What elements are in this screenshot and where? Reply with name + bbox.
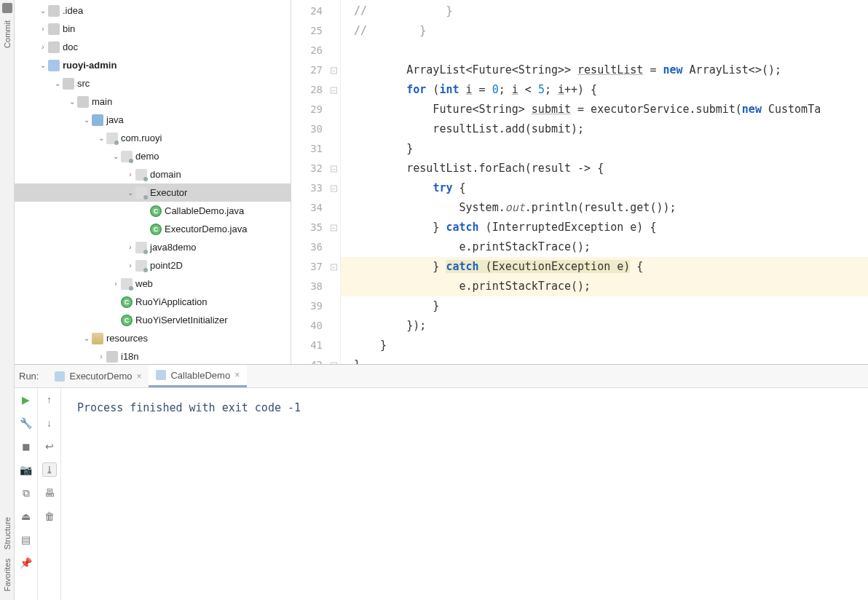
code-line[interactable]: } catch (ExecutionException e) { bbox=[341, 257, 868, 277]
code-line[interactable]: resultList.add(submit); bbox=[341, 119, 868, 139]
code-line[interactable]: e.printStackTrace(); bbox=[341, 237, 868, 257]
chevron-icon[interactable]: › bbox=[111, 280, 121, 288]
code-line[interactable]: } bbox=[341, 355, 868, 364]
fold-icon[interactable]: − bbox=[331, 224, 337, 231]
up-button[interactable]: ↑ bbox=[42, 392, 57, 407]
blocks-button[interactable]: ▤ bbox=[19, 532, 33, 547]
gutter-line[interactable]: 41 bbox=[291, 336, 340, 355]
chevron-icon[interactable]: › bbox=[125, 170, 135, 178]
code-line[interactable]: ArrayList<Future<String>> resultList = n… bbox=[341, 60, 868, 80]
chevron-icon[interactable]: ⌄ bbox=[52, 79, 63, 87]
chevron-icon[interactable]: › bbox=[38, 25, 48, 33]
gutter-line[interactable]: 25 bbox=[291, 21, 340, 41]
tree-row-point2d[interactable]: ›point2D bbox=[15, 256, 291, 275]
project-tool-icon[interactable] bbox=[2, 3, 12, 13]
favorites-tool-label[interactable]: Favorites bbox=[3, 554, 12, 596]
code-line[interactable]: try { bbox=[341, 178, 868, 198]
gutter-line[interactable]: 28− bbox=[291, 80, 340, 100]
chevron-icon[interactable]: ⌄ bbox=[82, 116, 92, 124]
wrap-button[interactable]: ↩ bbox=[42, 439, 57, 454]
rerun-button[interactable]: ▶ bbox=[19, 392, 33, 407]
chevron-icon[interactable]: › bbox=[96, 352, 106, 360]
code-line[interactable]: for (int i = 0; i < 5; i++) { bbox=[341, 80, 868, 100]
tree-row-bin[interactable]: ›bin bbox=[15, 20, 291, 38]
code-line[interactable]: Future<String> submit = executorService.… bbox=[341, 100, 868, 119]
tree-row-java8demo[interactable]: ›java8demo bbox=[15, 238, 291, 256]
gutter-line[interactable]: 26 bbox=[291, 41, 340, 60]
tools-button[interactable]: 🔧 bbox=[19, 416, 33, 430]
code-line[interactable]: // } bbox=[341, 21, 868, 41]
commit-tool-label[interactable]: Commit bbox=[3, 16, 12, 52]
chevron-icon[interactable]: › bbox=[125, 261, 135, 269]
gutter-line[interactable]: 39 bbox=[291, 296, 340, 316]
chevron-icon[interactable]: ⌄ bbox=[111, 152, 121, 160]
tree-row-demo[interactable]: ⌄demo bbox=[15, 147, 291, 165]
layout-button[interactable]: ⧉ bbox=[19, 486, 33, 500]
project-tree[interactable]: ⌄.idea›bin›doc⌄ruoyi-admin⌄src⌄main⌄java… bbox=[15, 0, 291, 364]
exit-button[interactable]: ⏏ bbox=[19, 509, 33, 524]
run-tab-executordemo[interactable]: ExecutorDemo× bbox=[47, 365, 149, 387]
code-line[interactable]: } catch (InterruptedException e) { bbox=[341, 218, 868, 237]
gutter-line[interactable]: 34 bbox=[291, 198, 340, 218]
gutter-line[interactable]: 29 bbox=[291, 100, 340, 119]
chevron-icon[interactable]: › bbox=[125, 243, 135, 251]
tree-row-ruoyi-admin[interactable]: ⌄ruoyi-admin bbox=[15, 56, 291, 74]
close-icon[interactable]: × bbox=[234, 370, 240, 380]
gutter-line[interactable]: 35− bbox=[291, 218, 340, 237]
code-line[interactable]: resultList.forEach(result -> { bbox=[341, 159, 868, 178]
gutter-line[interactable]: 30 bbox=[291, 119, 340, 139]
fold-icon[interactable]: − bbox=[331, 185, 337, 192]
code-line[interactable] bbox=[341, 41, 868, 60]
structure-tool-label[interactable]: Structure bbox=[3, 513, 12, 554]
gutter-line[interactable]: 31 bbox=[291, 139, 340, 159]
gutter-line[interactable]: 33− bbox=[291, 178, 340, 198]
print-button[interactable]: 🖶 bbox=[42, 486, 57, 500]
pin-button[interactable]: 📌 bbox=[19, 556, 33, 570]
tree-row-i18n[interactable]: ›i18n bbox=[15, 347, 291, 364]
gutter-line[interactable]: 32− bbox=[291, 159, 340, 178]
gutter-line[interactable]: 42− bbox=[291, 355, 340, 364]
code-line[interactable]: } bbox=[341, 296, 868, 316]
fold-icon[interactable]: − bbox=[331, 87, 337, 93]
tree-row-doc[interactable]: ›doc bbox=[15, 38, 291, 56]
gutter-line[interactable]: 36 bbox=[291, 237, 340, 257]
gutter-line[interactable]: 37− bbox=[291, 257, 340, 277]
stop-button[interactable]: ◼ bbox=[19, 439, 33, 454]
chevron-icon[interactable]: ⌄ bbox=[96, 134, 106, 142]
camera-button[interactable]: 📷 bbox=[19, 462, 33, 477]
tree-row-callabledemo-java[interactable]: CCallableDemo.java bbox=[15, 202, 291, 220]
tree-row-java[interactable]: ⌄java bbox=[15, 111, 291, 129]
tree-row-com-ruoyi[interactable]: ⌄com.ruoyi bbox=[15, 129, 291, 147]
code-line[interactable]: }); bbox=[341, 316, 868, 336]
run-tab-callabledemo[interactable]: CallableDemo× bbox=[149, 365, 247, 387]
fold-icon[interactable]: − bbox=[331, 264, 337, 270]
tree-row-executor[interactable]: ⌄Executor bbox=[15, 183, 291, 202]
tree-row-ruoyiservletinitializer[interactable]: CRuoYiServletInitializer bbox=[15, 311, 291, 329]
scroll-to-end-button[interactable]: ⤓ bbox=[42, 462, 57, 477]
chevron-icon[interactable]: ⌄ bbox=[82, 334, 92, 342]
chevron-icon[interactable]: ⌄ bbox=[67, 98, 77, 106]
close-icon[interactable]: × bbox=[136, 371, 141, 382]
tree-row--idea[interactable]: ⌄.idea bbox=[15, 1, 291, 20]
editor-gutter[interactable]: 24252627−28−29303132−33−3435−3637−383940… bbox=[291, 0, 341, 364]
tree-row-resources[interactable]: ⌄resources bbox=[15, 329, 291, 347]
tree-row-web[interactable]: ›web bbox=[15, 275, 291, 293]
code-line[interactable]: System.out.println(result.get()); bbox=[341, 198, 868, 218]
down-button[interactable]: ↓ bbox=[42, 416, 57, 430]
gutter-line[interactable]: 27− bbox=[291, 60, 340, 80]
chevron-icon[interactable]: ⌄ bbox=[38, 7, 48, 15]
code-line[interactable]: e.printStackTrace(); bbox=[341, 277, 868, 296]
fold-icon[interactable]: − bbox=[331, 67, 337, 74]
gutter-line[interactable]: 40 bbox=[291, 316, 340, 336]
run-output[interactable]: Process finished with exit code -1 bbox=[61, 388, 868, 600]
tree-row-ruoyiapplication[interactable]: CRuoYiApplication bbox=[15, 293, 291, 311]
chevron-icon[interactable]: ⌄ bbox=[38, 61, 48, 69]
gutter-line[interactable]: 38 bbox=[291, 277, 340, 296]
code-line[interactable]: // } bbox=[341, 1, 868, 21]
tree-row-domain[interactable]: ›domain bbox=[15, 165, 291, 183]
tree-row-main[interactable]: ⌄main bbox=[15, 92, 291, 111]
code-line[interactable]: } bbox=[341, 336, 868, 355]
fold-icon[interactable]: − bbox=[331, 165, 337, 172]
code-line[interactable]: } bbox=[341, 139, 868, 159]
gutter-line[interactable]: 24 bbox=[291, 1, 340, 21]
